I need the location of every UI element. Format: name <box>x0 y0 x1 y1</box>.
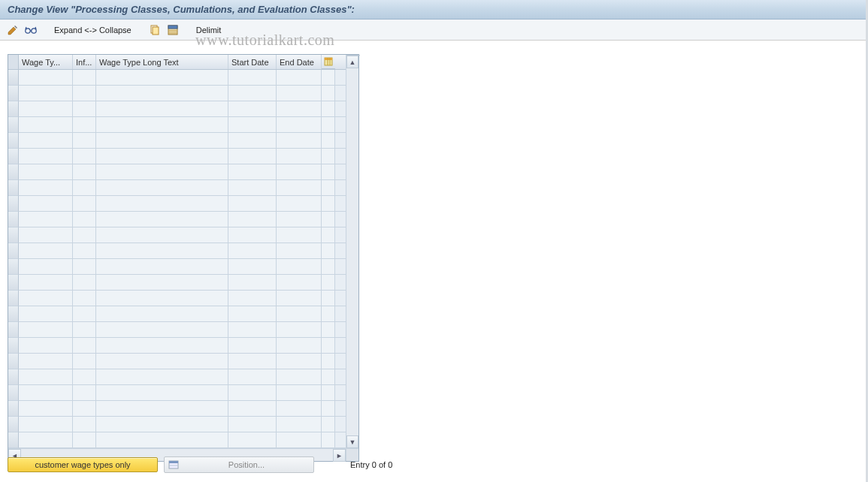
table-cell[interactable] <box>277 401 322 416</box>
table-cell[interactable] <box>73 417 96 432</box>
table-cell[interactable] <box>73 243 96 258</box>
row-selector[interactable] <box>8 291 19 306</box>
table-cell[interactable] <box>73 227 96 243</box>
table-cell[interactable] <box>228 164 277 179</box>
table-cell[interactable] <box>19 212 73 227</box>
table-cell[interactable] <box>19 385 73 400</box>
table-cell[interactable] <box>73 401 96 416</box>
row-selector[interactable] <box>8 259 19 275</box>
col-header-end-date[interactable]: End Date <box>277 55 322 69</box>
glasses-icon[interactable] <box>24 23 38 37</box>
table-cell[interactable] <box>277 417 322 432</box>
table-cell[interactable] <box>96 338 228 353</box>
scroll-up-icon[interactable]: ▲ <box>346 56 358 68</box>
table-cell[interactable] <box>96 86 228 101</box>
table-cell[interactable] <box>73 180 96 195</box>
table-cell[interactable] <box>228 227 277 243</box>
row-selector[interactable] <box>8 354 19 369</box>
table-cell[interactable] <box>96 117 228 132</box>
table-cell[interactable] <box>96 133 228 148</box>
table-cell[interactable] <box>228 322 277 337</box>
copy-icon[interactable] <box>148 23 162 37</box>
table-cell[interactable] <box>228 196 277 211</box>
table-cell[interactable] <box>73 149 96 164</box>
table-cell[interactable] <box>228 417 277 432</box>
table-cell[interactable] <box>96 306 228 321</box>
table-cell[interactable] <box>277 117 322 132</box>
row-selector[interactable] <box>8 149 19 164</box>
table-cell[interactable] <box>73 133 96 148</box>
col-header-wage-type[interactable]: Wage Ty... <box>19 55 73 69</box>
table-cell[interactable] <box>19 417 73 432</box>
table-cell[interactable] <box>277 70 322 85</box>
table-cell[interactable] <box>73 322 96 337</box>
table-cell[interactable] <box>73 306 96 321</box>
table-cell[interactable] <box>228 275 277 290</box>
table-cell[interactable] <box>19 338 73 353</box>
table-cell[interactable] <box>96 70 228 85</box>
table-cell[interactable] <box>228 117 277 132</box>
row-selector[interactable] <box>8 196 19 212</box>
row-selector[interactable] <box>8 338 19 354</box>
table-cell[interactable] <box>19 101 73 116</box>
table-cell[interactable] <box>228 385 277 400</box>
table-cell[interactable] <box>277 227 322 243</box>
table-cell[interactable] <box>228 180 277 195</box>
row-selector[interactable] <box>8 243 19 259</box>
table-cell[interactable] <box>96 401 228 416</box>
table-cell[interactable] <box>19 369 73 384</box>
table-cell[interactable] <box>73 432 96 447</box>
table-cell[interactable] <box>228 369 277 384</box>
table-cell[interactable] <box>96 164 228 179</box>
table-cell[interactable] <box>19 117 73 132</box>
table-corner[interactable] <box>8 55 19 70</box>
col-header-start-date[interactable]: Start Date <box>228 55 277 69</box>
table-cell[interactable] <box>19 275 73 290</box>
table-cell[interactable] <box>73 196 96 211</box>
table-cell[interactable] <box>73 259 96 274</box>
table-cell[interactable] <box>73 275 96 290</box>
table-cell[interactable] <box>73 212 96 227</box>
table-cell[interactable] <box>228 212 277 227</box>
table-cell[interactable] <box>277 196 322 211</box>
table-cell[interactable] <box>228 70 277 85</box>
table-cell[interactable] <box>228 101 277 116</box>
table-cell[interactable] <box>228 432 277 447</box>
row-selector[interactable] <box>8 70 19 86</box>
table-cell[interactable] <box>73 291 96 306</box>
table-cell[interactable] <box>277 149 322 164</box>
row-selector[interactable] <box>8 322 19 338</box>
table-cell[interactable] <box>19 306 73 321</box>
table-cell[interactable] <box>19 227 73 243</box>
table-cell[interactable] <box>228 259 277 274</box>
table-cell[interactable] <box>73 70 96 85</box>
table-cell[interactable] <box>277 385 322 400</box>
table-cell[interactable] <box>73 385 96 400</box>
table-cell[interactable] <box>96 385 228 400</box>
table-cell[interactable] <box>96 369 228 384</box>
table-cell[interactable] <box>19 401 73 416</box>
table-cell[interactable] <box>277 101 322 116</box>
select-all-icon[interactable] <box>166 23 180 37</box>
table-cell[interactable] <box>96 180 228 195</box>
row-selector[interactable] <box>8 432 19 448</box>
table-cell[interactable] <box>277 432 322 447</box>
table-cell[interactable] <box>228 401 277 416</box>
table-cell[interactable] <box>96 259 228 274</box>
table-cell[interactable] <box>228 291 277 306</box>
table-cell[interactable] <box>228 133 277 148</box>
pencil-icon[interactable] <box>6 23 20 37</box>
table-cell[interactable] <box>19 180 73 195</box>
table-cell[interactable] <box>228 86 277 101</box>
table-cell[interactable] <box>277 354 322 369</box>
row-selector[interactable] <box>8 227 19 243</box>
row-selector[interactable] <box>8 306 19 322</box>
table-cell[interactable] <box>73 101 96 116</box>
table-cell[interactable] <box>96 417 228 432</box>
table-cell[interactable] <box>96 196 228 211</box>
table-cell[interactable] <box>19 196 73 211</box>
row-selector[interactable] <box>8 369 19 385</box>
row-selector[interactable] <box>8 86 19 101</box>
vertical-scrollbar[interactable]: ▲ ▼ <box>346 55 358 448</box>
table-cell[interactable] <box>277 259 322 274</box>
